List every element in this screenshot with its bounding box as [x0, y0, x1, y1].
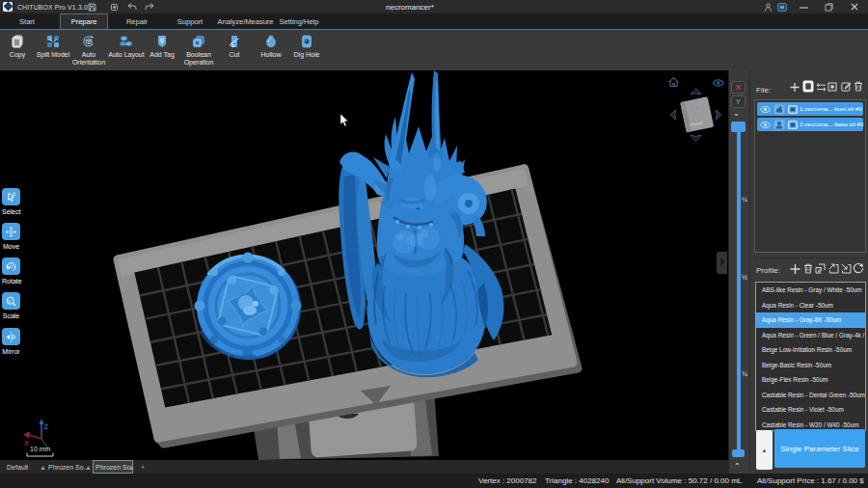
svg-text:10 mm: 10 mm: [30, 446, 51, 452]
svg-text:X: X: [24, 439, 29, 447]
svg-text:Z: Z: [44, 422, 49, 431]
